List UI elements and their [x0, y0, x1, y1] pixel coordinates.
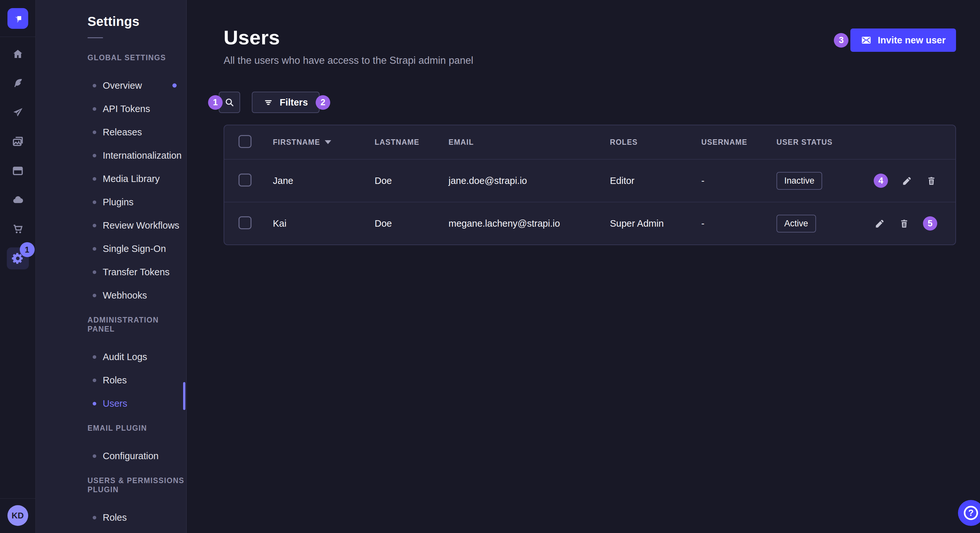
bullet-icon — [93, 177, 96, 181]
envelope-icon — [861, 35, 872, 46]
settings-gear-icon[interactable]: 1 — [7, 247, 29, 270]
filter-icon — [264, 97, 273, 107]
table-row[interactable]: Kai Doe megane.lacheny@strapi.io Super A… — [224, 202, 955, 244]
bullet-icon — [93, 270, 96, 274]
sidebar-item-review-workflows[interactable]: Review Workflows — [36, 214, 186, 237]
bullet-icon — [93, 516, 96, 519]
bullet-icon — [93, 200, 96, 204]
annotation-step-2: 2 — [316, 95, 330, 110]
sidebar-item-admin-roles[interactable]: Roles — [36, 368, 186, 392]
section-label: USERS & PERMISSIONS PLUGIN — [88, 476, 186, 494]
settings-notification-badge: 1 — [20, 242, 35, 257]
edit-button[interactable] — [874, 217, 885, 229]
select-all-checkbox[interactable] — [239, 135, 251, 148]
trash-icon — [926, 175, 937, 186]
sidebar-item-api-tokens[interactable]: API Tokens — [36, 97, 186, 121]
bullet-icon — [93, 247, 96, 251]
sidebar-item-overview[interactable]: Overview — [36, 74, 186, 97]
bullet-icon — [93, 154, 96, 157]
user-avatar[interactable]: KD — [8, 505, 28, 526]
settings-subnav: Settings GLOBAL SETTINGS Overview API To… — [36, 0, 187, 533]
pencil-icon — [901, 175, 912, 186]
annotation-step-3: 3 — [834, 33, 848, 48]
sidebar-item-configuration[interactable]: Configuration — [36, 444, 186, 468]
delete-button[interactable] — [898, 217, 910, 229]
cell-roles: Editor — [610, 176, 701, 186]
row-checkbox[interactable] — [239, 216, 251, 229]
section-label: GLOBAL SETTINGS — [88, 53, 186, 62]
sidebar-item-providers[interactable]: Providers — [36, 529, 186, 533]
column-user-status[interactable]: USER STATUS — [776, 138, 874, 147]
users-page: Users All the users who have access to t… — [187, 0, 980, 533]
feather-icon[interactable] — [12, 77, 24, 89]
sidebar-item-internationalization[interactable]: Internationalization — [36, 144, 186, 167]
bullet-icon — [93, 355, 96, 359]
home-icon[interactable] — [12, 48, 24, 60]
cloud-icon[interactable] — [12, 194, 24, 206]
invite-area: 3 Invite new user — [834, 29, 956, 52]
bullet-icon — [93, 224, 96, 227]
column-firstname[interactable]: FIRSTNAME — [273, 138, 375, 147]
column-lastname[interactable]: LASTNAME — [375, 138, 449, 147]
main-nav-rail: 1 KD — [0, 0, 36, 533]
section-email-plugin: EMAIL PLUGIN Configuration — [36, 424, 186, 468]
help-button[interactable]: ? — [958, 500, 980, 526]
annotation-step-1: 1 — [208, 95, 223, 110]
column-username[interactable]: USERNAME — [701, 138, 776, 147]
toolbar: 1 Filters 2 — [208, 92, 956, 113]
section-administration-panel: ADMINISTRATION PANEL Audit Logs Roles Us… — [36, 316, 186, 415]
bullet-icon — [93, 402, 96, 405]
row-checkbox[interactable] — [239, 174, 251, 187]
sidebar-item-single-sign-on[interactable]: Single Sign-On — [36, 237, 186, 260]
table-row[interactable]: Jane Doe jane.doe@strapi.io Editor - Ina… — [224, 159, 955, 202]
users-table: FIRSTNAME LASTNAME EMAIL ROLES USERNAME … — [224, 125, 956, 245]
rail-nav-icons — [12, 37, 24, 235]
cell-roles: Super Admin — [610, 218, 701, 229]
strapi-admin-app: 1 KD Settings GLOBAL SETTINGS Overview A… — [0, 0, 980, 533]
cell-firstname: Kai — [273, 218, 375, 229]
cell-lastname: Doe — [375, 218, 449, 229]
table-header-row: FIRSTNAME LASTNAME EMAIL ROLES USERNAME … — [224, 125, 955, 159]
cell-email: jane.doe@strapi.io — [449, 176, 610, 186]
sidebar-item-audit-logs[interactable]: Audit Logs — [36, 345, 186, 368]
sidebar-item-releases[interactable]: Releases — [36, 121, 186, 144]
bullet-icon — [93, 84, 96, 87]
bullet-icon — [93, 107, 96, 111]
sidebar-item-webhooks[interactable]: Webhooks — [36, 284, 186, 307]
subnav-divider — [88, 37, 103, 38]
section-users-permissions-plugin: USERS & PERMISSIONS PLUGIN Roles Provide… — [36, 476, 186, 533]
edit-button[interactable] — [901, 175, 913, 187]
rail-bottom: KD — [0, 498, 35, 533]
cart-icon[interactable] — [12, 223, 24, 235]
status-badge: Inactive — [776, 172, 822, 190]
question-mark-icon: ? — [964, 506, 978, 520]
section-global-settings: GLOBAL SETTINGS Overview API Tokens Rele… — [36, 53, 186, 307]
bullet-icon — [93, 130, 96, 134]
column-email[interactable]: EMAIL — [449, 138, 610, 147]
pencil-icon — [874, 218, 885, 229]
filters-button[interactable]: Filters — [252, 92, 320, 113]
column-roles[interactable]: ROLES — [610, 138, 701, 147]
cell-username: - — [701, 218, 776, 229]
sort-caret-icon[interactable] — [325, 140, 331, 144]
strapi-logo[interactable] — [8, 8, 28, 29]
sidebar-item-media-library[interactable]: Media Library — [36, 167, 186, 190]
cell-username: - — [701, 176, 776, 186]
strapi-logo-icon — [11, 12, 24, 25]
delete-button[interactable] — [926, 175, 937, 187]
sidebar-item-plugins[interactable]: Plugins — [36, 190, 186, 214]
invite-new-user-button[interactable]: Invite new user — [850, 29, 956, 52]
paper-plane-icon[interactable] — [12, 106, 24, 119]
sidebar-item-up-roles[interactable]: Roles — [36, 506, 186, 529]
row-actions: 5 — [874, 216, 955, 230]
sidebar-item-transfer-tokens[interactable]: Transfer Tokens — [36, 260, 186, 284]
cell-lastname: Doe — [375, 176, 449, 186]
search-icon — [224, 97, 235, 108]
page-title: Users — [224, 26, 473, 49]
media-library-icon[interactable] — [12, 135, 24, 148]
row-actions: 4 — [874, 174, 955, 188]
sidebar-item-users[interactable]: Users — [36, 392, 186, 415]
layout-icon[interactable] — [12, 165, 24, 177]
subnav-scrollbar-thumb[interactable] — [183, 382, 185, 410]
section-label: ADMINISTRATION PANEL — [88, 316, 186, 333]
